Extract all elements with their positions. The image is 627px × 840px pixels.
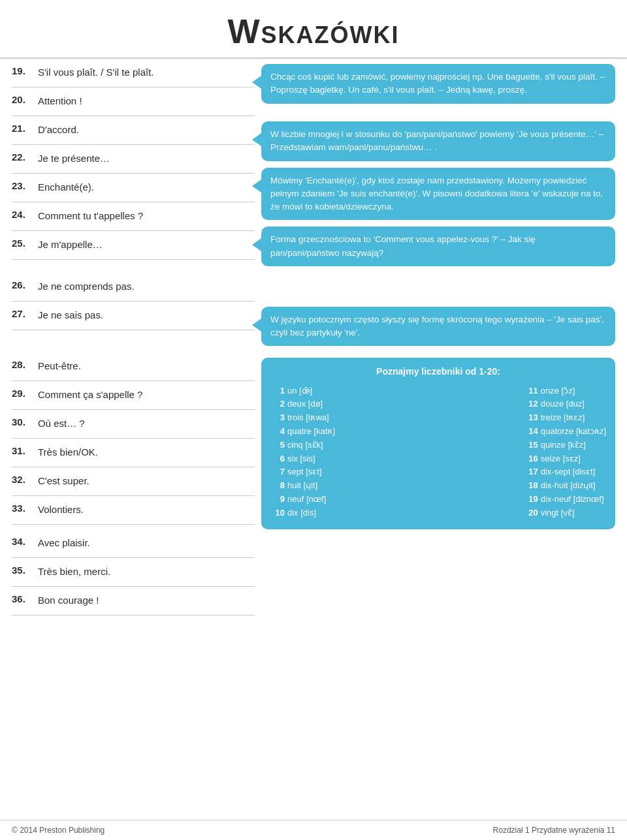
num-value: seize [sɛz] [541,452,606,466]
phrase-number: 36. [12,587,35,615]
num-index: 8 [270,479,285,493]
number-row: 5cinq [sɛ̃k] [270,439,342,452]
phrase-text: Je m'appelle… [35,231,103,259]
number-row: 11onze [ɔ̃z] [524,384,606,398]
phrase-number: 28. [12,352,35,381]
phrase-row: 35. Très bien, merci. [12,558,255,587]
phrase-text: Volontiers. [35,496,84,524]
footer-left: © 2014 Preston Publishing [12,826,104,835]
footer: © 2014 Preston Publishing Rozdział 1 Prz… [0,820,627,840]
num-index: 19 [524,493,538,506]
phrase-row: 32. C'est super. [12,467,255,496]
number-row: 19dix-neuf [diznœf] [524,493,606,506]
number-row: 14quatorze [katɔʀz] [524,425,606,439]
phrase-row: 20. Attention ! [12,87,255,116]
phrase-row: 36. Bon courage ! [12,587,255,615]
phrase-number: 26. [12,273,35,301]
num-index: 1 [270,384,285,398]
tip-box-3: Mówimy 'Enchanté(e)', gdy ktoś zostaje n… [261,168,615,221]
phrase-number: 19. [12,59,35,87]
number-row: 15quinze [kɛ̃z] [524,439,606,452]
num-value: vingt [vɛ̃] [541,506,606,520]
phrase-text: Je te présente… [35,145,110,173]
number-row: 2deux [dø] [270,397,342,411]
phrase-number: 21. [12,116,35,144]
page-title: Wskazówki [0,0,627,59]
num-value: quatre [katʀ] [287,425,342,439]
number-row: 4quatre [katʀ] [270,425,342,439]
phrase-number: 32. [12,467,35,495]
num-value: dix-neuf [diznœf] [541,493,606,506]
number-row: 12douze [duz] [524,397,606,411]
phrase-number: 22. [12,145,35,173]
phrase-row: 30. Où est… ? [12,410,255,439]
num-index: 4 [270,425,285,439]
phrase-number: 27. [12,302,35,330]
num-value: onze [ɔ̃z] [541,384,606,398]
phrase-row: 25. Je m'appelle… [12,231,255,260]
phrase-number: 33. [12,496,35,524]
phrase-text: S'il vous plaît. / S'il te plaît. [35,59,153,87]
phrase-row: 29. Comment ça s'appelle ? [12,381,255,410]
phrase-row: 28. Peut-être. [12,352,255,381]
phrase-text: Avec plaisir. [35,529,90,557]
num-value: sept [sɛt] [287,465,342,479]
phrase-text: Comment tu t'appelles ? [35,202,143,230]
num-value: quinze [kɛ̃z] [541,439,606,452]
phrase-row: 26. Je ne comprends pas. [12,273,255,302]
phrase-row: 27. Je ne sais pas. [12,302,255,330]
phrase-number: 30. [12,410,35,438]
number-row: 17dix-sept [disɛt] [524,465,606,479]
number-row: 6six [sis] [270,452,342,466]
number-row: 7sept [sɛt] [270,465,342,479]
numbers-table: 1un [œ̃]2deux [dø]3trois [tʀwa]4quatre [… [270,384,606,520]
number-row: 3trois [tʀwa] [270,411,342,425]
phrase-text: Peut-être. [35,352,81,381]
phrase-number: 23. [12,174,35,202]
num-value: deux [dø] [287,397,342,411]
tip-box-2: W liczbie mnogiej i w stosunku do 'pan/p… [261,121,615,161]
phrase-row: 23. Enchanté(e). [12,174,255,202]
phrase-number: 24. [12,202,35,230]
number-row: 9neuf [nœf] [270,493,342,506]
num-index: 9 [270,493,285,506]
phrase-text: Où est… ? [35,410,85,438]
numbers-col-right: 11onze [ɔ̃z]12douze [duz]13treize [tʀɛz]… [524,384,606,520]
num-index: 12 [524,397,538,411]
phrase-text: D'accord. [35,116,79,144]
num-index: 18 [524,479,538,493]
num-index: 11 [524,384,538,398]
num-index: 7 [270,465,285,479]
number-row: 10dix [dis] [270,506,342,520]
phrase-text: Je ne comprends pas. [35,273,135,301]
number-row: 20vingt [vɛ̃] [524,506,606,520]
numbers-box: Poznajmy liczebniki od 1-20: 1un [œ̃]2de… [261,358,615,529]
phrase-number: 20. [12,87,35,116]
phrase-row: 31. Très bien/OK. [12,439,255,467]
phrase-text: Très bien, merci. [35,558,110,586]
num-value: dix-huit [dizɥit] [541,479,606,493]
num-index: 2 [270,397,285,411]
phrase-text: C'est super. [35,467,89,495]
tip-box-1: Chcąc coś kupić lub zamówić, powiemy naj… [261,64,615,104]
num-index: 16 [524,452,538,466]
num-value: huit [ɥit] [287,479,342,493]
num-index: 17 [524,465,538,479]
num-index: 3 [270,411,285,425]
phrase-number: 35. [12,558,35,586]
num-value: douze [duz] [541,397,606,411]
phrase-row: 33. Volontiers. [12,496,255,525]
num-index: 15 [524,439,538,452]
phrase-text: Enchanté(e). [35,174,94,202]
numbers-box-title: Poznajmy liczebniki od 1-20: [270,364,606,379]
num-index: 14 [524,425,538,439]
phrase-text: Comment ça s'appelle ? [35,381,142,409]
num-value: six [sis] [287,452,342,466]
phrase-row: 22. Je te présente… [12,145,255,174]
number-row: 1un [œ̃] [270,384,342,398]
number-row: 16seize [sɛz] [524,452,606,466]
num-index: 20 [524,506,538,520]
num-value: dix [dis] [287,506,342,520]
phrase-text: Très bien/OK. [35,439,98,467]
num-value: neuf [nœf] [287,493,342,506]
